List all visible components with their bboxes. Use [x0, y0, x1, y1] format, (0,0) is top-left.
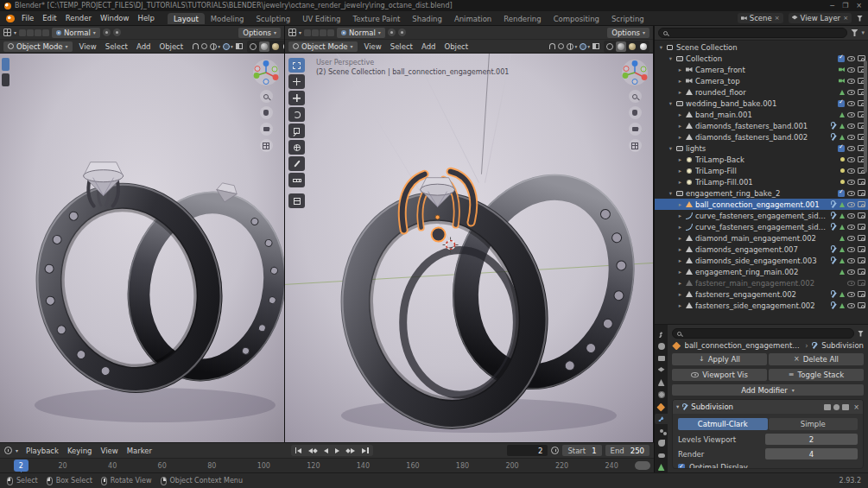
playhead[interactable]: 2: [14, 459, 29, 472]
properties-tab-world[interactable]: [655, 390, 668, 400]
current-frame-field[interactable]: 2: [507, 445, 548, 456]
transport-prev-keyframe-button[interactable]: [306, 446, 320, 455]
workspace-tab-rendering[interactable]: Rendering: [497, 13, 547, 24]
disclosure-icon[interactable]: ▸: [676, 168, 684, 174]
hide-viewport-eye-icon[interactable]: [847, 146, 855, 151]
modifier-panel-header[interactable]: ▾ Subdivision ×: [673, 400, 863, 414]
workspace-tab-layout[interactable]: Layout: [168, 13, 205, 24]
hide-viewport-eye-icon[interactable]: [847, 202, 855, 207]
disable-render-camera-icon[interactable]: [858, 302, 865, 308]
properties-search-field[interactable]: [672, 328, 854, 339]
workspace-tab-compositing[interactable]: Compositing: [548, 13, 605, 24]
hide-viewport-eye-icon[interactable]: [847, 56, 855, 61]
disclosure-icon[interactable]: ▾: [667, 145, 675, 152]
outliner-row[interactable]: ▸fastener_main_engagement.002: [655, 277, 868, 288]
exclude-checkbox[interactable]: [838, 100, 845, 107]
mode-mini-button[interactable]: [27, 29, 34, 36]
edit-mode-toggle[interactable]: [824, 404, 831, 410]
snap-target-icon[interactable]: [113, 29, 121, 36]
hide-viewport-eye-icon[interactable]: [847, 124, 855, 129]
delete-all-button[interactable]: ×Delete All: [769, 353, 864, 365]
catmull-clark-button[interactable]: Catmull-Clark: [678, 418, 768, 430]
hide-viewport-eye-icon[interactable]: [847, 269, 855, 275]
collapsed-toolbar-button[interactable]: [2, 73, 10, 86]
hide-viewport-eye-icon[interactable]: [847, 79, 855, 84]
minimize-button[interactable]: ─: [830, 0, 834, 11]
workspace-tab-uv-editing[interactable]: UV Editing: [296, 13, 346, 24]
move-tool-button[interactable]: [288, 91, 305, 105]
hide-viewport-eye-icon[interactable]: [847, 67, 855, 73]
menu-object[interactable]: Object: [155, 40, 187, 54]
workspace-tab-scripting[interactable]: Scripting: [605, 13, 650, 24]
disable-render-camera-icon[interactable]: [858, 235, 865, 241]
outliner-row[interactable]: ▸Camera_front: [655, 64, 868, 75]
menu-object[interactable]: Object: [440, 40, 472, 54]
mode-mini-button[interactable]: [320, 29, 326, 36]
hide-viewport-eye-icon[interactable]: [847, 191, 855, 196]
shading-wireframe-button[interactable]: [248, 41, 258, 52]
properties-tab-object[interactable]: [655, 402, 668, 412]
menu-view[interactable]: View: [360, 40, 386, 54]
menu-view[interactable]: View: [75, 40, 101, 54]
viewport-vis-button[interactable]: Viewport Vis: [672, 369, 767, 381]
transport-next-keyframe-button[interactable]: [344, 446, 358, 455]
vp-left-canvas[interactable]: [0, 54, 284, 442]
outliner-row[interactable]: ▾wedding_band_bake.001: [655, 98, 868, 109]
hide-viewport-eye-icon[interactable]: [847, 112, 855, 117]
shading-rendered-button[interactable]: [638, 41, 649, 52]
scene-selector[interactable]: Scene ×: [738, 13, 783, 23]
xray-toggle[interactable]: [236, 43, 243, 49]
breadcrumb-object[interactable]: ball_connection_engagement.001: [685, 342, 802, 350]
disclosure-icon[interactable]: ▸: [676, 89, 684, 96]
rotate-tool-button[interactable]: [288, 107, 305, 122]
disclosure-icon[interactable]: ▸: [676, 201, 684, 208]
gizmos-dropdown[interactable]: ▾: [567, 43, 577, 50]
hide-viewport-eye-icon[interactable]: [847, 292, 855, 297]
properties-tab-physics[interactable]: [655, 438, 668, 448]
menu-render[interactable]: Render: [61, 11, 96, 25]
camera-view-button[interactable]: [629, 123, 642, 136]
orientation-gizmo[interactable]: [621, 59, 649, 86]
properties-tab-object-data[interactable]: [655, 462, 668, 472]
menu-add[interactable]: Add: [132, 40, 155, 54]
outliner-row[interactable]: ▸diamonds_fasteners_band.002: [655, 131, 868, 143]
gizmos-dropdown[interactable]: ▾: [210, 43, 220, 50]
perspective-toggle-button[interactable]: [629, 139, 642, 152]
outliner-row[interactable]: ▸rounded_floor: [655, 86, 868, 98]
disclosure-icon[interactable]: ▸: [676, 179, 684, 186]
hide-viewport-eye-icon[interactable]: [847, 180, 855, 185]
mode-mini-button[interactable]: [312, 29, 319, 36]
simple-button[interactable]: Simple: [769, 418, 858, 430]
outliner-row[interactable]: ▾Scene Collection: [655, 41, 868, 53]
snap-target-icon[interactable]: [398, 29, 406, 36]
menu-select[interactable]: Select: [101, 40, 132, 54]
scene-unlink-icon[interactable]: ×: [775, 15, 780, 22]
properties-tab-modifiers[interactable]: [655, 414, 668, 424]
disclosure-icon[interactable]: ▸: [676, 156, 684, 163]
remove-modifier-icon[interactable]: ×: [852, 403, 859, 411]
transport-play-reverse-button[interactable]: [321, 446, 331, 455]
disclosure-icon[interactable]: ▸: [676, 235, 684, 242]
outliner-row[interactable]: ▸fasteners_side_engagement.002: [655, 300, 868, 311]
shading-material-button[interactable]: [270, 41, 281, 52]
hide-viewport-eye-icon[interactable]: [847, 157, 855, 162]
disable-render-camera-icon[interactable]: [858, 212, 865, 219]
outliner-row[interactable]: ▸fasteners_engagement.002: [655, 288, 868, 300]
outliner-row[interactable]: ▾engagement_ring_bake_2: [655, 187, 868, 199]
orientation-dropdown[interactable]: Normal ▾: [337, 28, 385, 38]
shading-wireframe-button[interactable]: [605, 41, 615, 52]
outliner-row[interactable]: ▸band_main.001: [655, 109, 868, 120]
select-box-tool-button[interactable]: [288, 58, 305, 73]
proportional-editing-icon[interactable]: [558, 43, 564, 49]
mode-dropdown[interactable]: Object Mode ▾: [3, 41, 73, 52]
zoom-button[interactable]: [260, 90, 273, 103]
view-layer-remove-icon[interactable]: ×: [843, 15, 848, 22]
close-button[interactable]: ×: [856, 0, 862, 11]
hide-viewport-eye-icon[interactable]: [847, 303, 855, 308]
3d-scene-right[interactable]: [285, 54, 653, 442]
filter-icon[interactable]: [857, 16, 863, 22]
mode-mini-button[interactable]: [42, 29, 49, 36]
mode-mini-button[interactable]: [19, 29, 26, 36]
properties-tab-constraints[interactable]: [655, 450, 668, 460]
menu-help[interactable]: Help: [133, 11, 158, 25]
